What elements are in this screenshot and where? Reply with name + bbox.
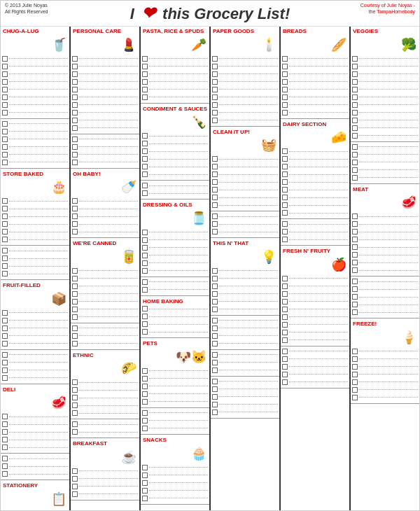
checkbox[interactable] — [352, 237, 358, 242]
checkbox[interactable] — [2, 352, 8, 358]
checkbox[interactable] — [2, 333, 8, 339]
checkbox[interactable] — [2, 429, 8, 435]
checkbox[interactable] — [142, 279, 148, 285]
checkbox[interactable] — [212, 156, 218, 162]
checkbox[interactable] — [212, 276, 218, 281]
checkbox[interactable] — [282, 322, 288, 328]
checkbox[interactable] — [212, 64, 218, 69]
checkbox[interactable] — [352, 356, 358, 362]
checkbox[interactable] — [142, 253, 148, 258]
checkbox[interactable] — [282, 164, 288, 169]
checkbox[interactable] — [352, 364, 358, 370]
checkbox[interactable] — [212, 172, 218, 177]
checkbox[interactable] — [142, 314, 148, 319]
checkbox[interactable] — [352, 167, 358, 173]
checkbox[interactable] — [72, 94, 78, 100]
checkbox[interactable] — [72, 198, 78, 204]
checkbox[interactable] — [72, 64, 78, 69]
checkbox[interactable] — [352, 79, 358, 85]
checkbox[interactable] — [2, 248, 8, 253]
checkbox[interactable] — [72, 395, 78, 400]
checkbox[interactable] — [212, 94, 218, 100]
checkbox[interactable] — [72, 387, 78, 393]
checkbox[interactable] — [282, 299, 288, 304]
checkbox[interactable] — [72, 276, 78, 281]
checkbox[interactable] — [282, 314, 288, 320]
checkbox[interactable] — [142, 133, 148, 139]
checkbox[interactable] — [142, 418, 148, 424]
checkbox[interactable] — [142, 183, 148, 188]
checkbox[interactable] — [282, 102, 288, 108]
checkbox[interactable] — [2, 471, 8, 477]
checkbox[interactable] — [2, 326, 8, 331]
checkbox[interactable] — [212, 79, 218, 85]
checkbox[interactable] — [2, 56, 8, 62]
checkbox[interactable] — [212, 284, 218, 289]
checkbox[interactable] — [352, 144, 358, 150]
checkbox[interactable] — [142, 472, 148, 478]
checkbox[interactable] — [2, 129, 8, 134]
checkbox[interactable] — [282, 356, 288, 362]
checkbox[interactable] — [352, 302, 358, 307]
checkbox[interactable] — [212, 410, 218, 415]
checkbox[interactable] — [352, 221, 358, 227]
checkbox[interactable] — [72, 468, 78, 474]
checkbox[interactable] — [2, 94, 8, 100]
checkbox[interactable] — [282, 221, 288, 227]
checkbox[interactable] — [352, 372, 358, 377]
checkbox[interactable] — [212, 110, 218, 115]
checkbox[interactable] — [212, 268, 218, 274]
checkbox[interactable] — [282, 87, 288, 92]
checkbox[interactable] — [142, 237, 148, 243]
checkbox[interactable] — [352, 152, 358, 158]
checkbox[interactable] — [352, 110, 358, 115]
checkbox[interactable] — [282, 71, 288, 77]
checkbox[interactable] — [2, 318, 8, 323]
checkbox[interactable] — [72, 221, 78, 227]
checkbox[interactable] — [212, 402, 218, 407]
checkbox[interactable] — [72, 87, 78, 92]
checkbox[interactable] — [142, 306, 148, 312]
checkbox[interactable] — [282, 237, 288, 242]
checkbox[interactable] — [72, 268, 78, 274]
checkbox[interactable] — [72, 410, 78, 416]
checkbox[interactable] — [142, 410, 148, 416]
checkbox[interactable] — [212, 318, 218, 323]
checkbox[interactable] — [142, 488, 148, 493]
checkbox[interactable] — [72, 402, 78, 408]
checkbox[interactable] — [212, 360, 218, 365]
checkbox[interactable] — [2, 421, 8, 427]
checkbox[interactable] — [2, 144, 8, 150]
checkbox[interactable] — [2, 263, 8, 269]
checkbox[interactable] — [282, 179, 288, 185]
checkbox[interactable] — [352, 118, 358, 123]
checkbox[interactable] — [142, 230, 148, 235]
checkbox[interactable] — [2, 341, 8, 346]
checkbox[interactable] — [142, 56, 148, 62]
checkbox[interactable] — [2, 444, 8, 450]
checkbox[interactable] — [212, 299, 218, 304]
checkbox[interactable] — [72, 229, 78, 234]
checkbox[interactable] — [72, 299, 78, 304]
checkbox[interactable] — [142, 79, 148, 85]
checkbox[interactable] — [2, 221, 8, 227]
checkbox[interactable] — [282, 172, 288, 177]
checkbox[interactable] — [72, 333, 78, 339]
checkbox[interactable] — [2, 121, 8, 127]
checkbox[interactable] — [212, 229, 218, 234]
checkbox[interactable] — [212, 202, 218, 208]
checkbox[interactable] — [2, 437, 8, 442]
checkbox[interactable] — [142, 480, 148, 486]
checkbox[interactable] — [2, 310, 8, 316]
checkbox[interactable] — [352, 125, 358, 131]
checkbox[interactable] — [142, 496, 148, 501]
checkbox[interactable] — [212, 291, 218, 297]
checkbox[interactable] — [212, 352, 218, 358]
checkbox[interactable] — [2, 198, 8, 204]
checkbox[interactable] — [352, 56, 358, 62]
checkbox[interactable] — [72, 476, 78, 482]
checkbox[interactable] — [282, 229, 288, 234]
checkbox[interactable] — [142, 71, 148, 77]
checkbox[interactable] — [282, 195, 288, 200]
checkbox[interactable] — [142, 87, 148, 92]
